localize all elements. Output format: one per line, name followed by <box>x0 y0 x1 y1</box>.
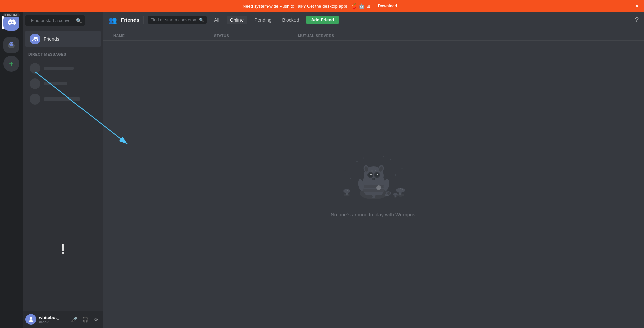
add-server-button[interactable]: + <box>3 56 19 72</box>
deafen-button[interactable]: 🎧 <box>80 315 90 324</box>
user-panel: whitebot_ #6553 🎤 🎧 ⚙ <box>23 311 103 328</box>
app-container: 0 ONLINE Squirrel TV + <box>0 12 644 328</box>
svg-point-45 <box>387 192 390 195</box>
col-name-header: NAME <box>113 34 214 38</box>
svg-point-13 <box>383 156 384 157</box>
settings-button[interactable]: ⚙ <box>91 315 101 324</box>
friends-area: NAME STATUS MUTUAL SERVERS <box>103 28 644 328</box>
tab-pending[interactable]: Pending <box>251 16 275 24</box>
dm-list <box>23 58 103 187</box>
friends-header: 👥 Friends 🔍 All Online Pending Blocked A… <box>103 12 644 28</box>
server-sidebar: 0 ONLINE Squirrel TV + <box>0 12 23 328</box>
list-item[interactable] <box>25 76 101 91</box>
server-separator <box>6 34 17 34</box>
svg-point-20 <box>347 190 348 191</box>
svg-point-6 <box>12 43 13 44</box>
dm-avatar-blur <box>30 63 40 74</box>
svg-point-33 <box>377 174 378 175</box>
col-status-header: STATUS <box>214 34 298 38</box>
svg-point-18 <box>343 189 350 193</box>
activity-area: ❕ <box>23 187 103 311</box>
user-avatar-icon <box>28 316 34 323</box>
search-wrapper: 🔍 <box>25 15 85 26</box>
tab-all[interactable]: All <box>211 16 223 24</box>
android-icon: 🤖 <box>359 3 364 9</box>
svg-point-46 <box>371 170 373 172</box>
search-icon: 🔍 <box>76 18 82 23</box>
add-friend-button[interactable]: Add Friend <box>306 16 339 24</box>
download-button[interactable]: Download <box>374 3 401 9</box>
dm-name-blur <box>44 67 74 70</box>
squirrel-tv-icon[interactable] <box>3 37 19 53</box>
tab-blocked[interactable]: Blocked <box>279 16 303 24</box>
friends-empty-state: No one's around to play with Wumpus. <box>103 41 644 328</box>
tab-online[interactable]: Online <box>227 16 247 24</box>
list-item[interactable] <box>25 92 101 107</box>
squirrel-tv-logo <box>6 40 17 50</box>
dm-name-blur <box>44 82 67 85</box>
svg-point-58 <box>393 193 398 196</box>
windows-icon: ⊞ <box>366 3 370 9</box>
discord-logo-icon <box>7 18 16 27</box>
search-input[interactable] <box>28 17 73 24</box>
dm-avatar-blur <box>30 94 40 105</box>
direct-messages-header: DIRECT MESSAGES <box>23 47 103 58</box>
svg-point-47 <box>375 170 376 171</box>
wumpus-container: No one's around to play with Wumpus. <box>331 151 417 217</box>
header-search: 🔍 <box>148 16 207 24</box>
svg-point-36 <box>374 178 375 180</box>
header-divider <box>143 16 144 24</box>
col-mutual-servers-header: MUTUAL SERVERS <box>298 34 634 38</box>
svg-point-11 <box>395 174 396 176</box>
svg-point-9 <box>390 159 391 160</box>
dm-avatar-blur <box>30 78 40 89</box>
dm-server-wrapper: 0 ONLINE <box>3 15 19 31</box>
friends-title: Friends <box>121 17 139 23</box>
svg-point-35 <box>372 178 374 180</box>
main-content: 👥 Friends 🔍 All Online Pending Blocked A… <box>103 12 644 328</box>
svg-point-14 <box>402 168 403 169</box>
svg-point-8 <box>356 161 358 162</box>
svg-point-54 <box>400 188 401 189</box>
activity-content: ❕ <box>57 243 69 254</box>
svg-point-10 <box>350 178 351 179</box>
friends-label: Friends <box>44 36 59 42</box>
online-count-badge: 0 ONLINE <box>3 13 20 17</box>
mute-button[interactable]: 🎤 <box>70 315 79 324</box>
svg-point-41 <box>365 195 373 199</box>
channel-sidebar: 🔍 Friends DIRECT MESSAGES <box>23 12 103 328</box>
svg-point-15 <box>345 169 346 170</box>
help-icon[interactable]: ? <box>635 16 639 24</box>
friends-icon <box>32 36 38 42</box>
dm-name-blur <box>44 97 80 101</box>
header-search-icon: 🔍 <box>199 18 204 22</box>
svg-point-49 <box>377 186 379 188</box>
close-banner-button[interactable]: × <box>635 3 639 10</box>
apple-icon: 🍎 <box>351 3 357 9</box>
friends-table-header: NAME STATUS MUTUAL SERVERS <box>103 28 644 41</box>
user-controls: 🎤 🎧 ⚙ <box>70 315 101 324</box>
svg-rect-37 <box>363 185 384 188</box>
discriminator: #6553 <box>39 320 67 324</box>
wumpus-illustration <box>337 151 411 205</box>
dm-icon[interactable] <box>3 15 19 31</box>
search-bar-area: 🔍 <box>23 12 103 29</box>
empty-message: No one's around to play with Wumpus. <box>331 212 417 217</box>
banner-text: Need system-wide Push to Talk? Get the d… <box>243 4 347 9</box>
friends-nav-item[interactable]: Friends <box>25 31 101 47</box>
svg-point-5 <box>10 43 11 44</box>
notification-banner: Need system-wide Push to Talk? Get the d… <box>0 0 644 12</box>
user-info: whitebot_ #6553 <box>39 315 67 324</box>
svg-point-42 <box>375 195 383 199</box>
friends-avatar <box>30 34 40 44</box>
svg-point-31 <box>375 173 379 177</box>
svg-rect-38 <box>363 189 384 192</box>
friends-header-icon: 👥 <box>109 16 117 24</box>
svg-point-12 <box>363 157 364 158</box>
header-search-input[interactable] <box>150 17 196 22</box>
svg-point-32 <box>370 174 372 175</box>
list-item[interactable] <box>25 61 101 76</box>
svg-point-53 <box>399 188 400 189</box>
svg-point-55 <box>402 189 403 190</box>
username: whitebot_ <box>39 315 67 320</box>
